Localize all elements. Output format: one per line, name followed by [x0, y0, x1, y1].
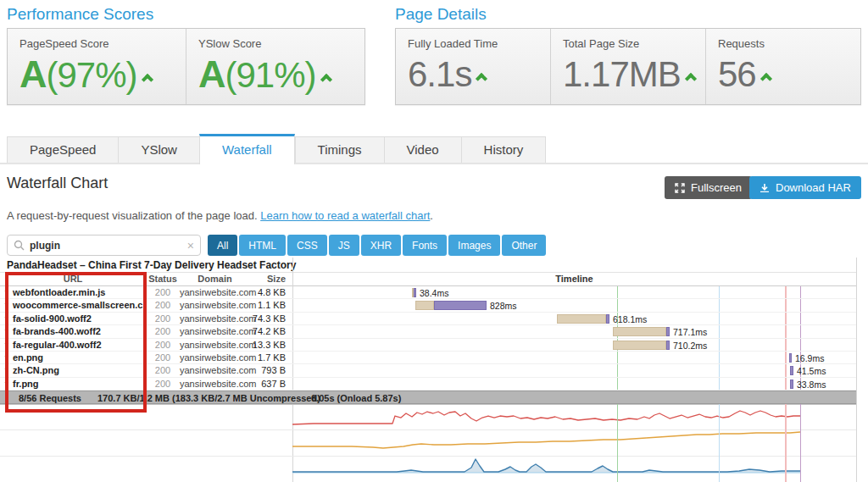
fullscreen-icon — [675, 183, 685, 193]
waterfall-bar-time: 38.4ms — [420, 288, 448, 298]
row-url[interactable]: zh-CN.png — [0, 365, 146, 375]
row-url[interactable]: fa-regular-400.woff2 — [0, 340, 146, 350]
column-header-status[interactable]: Status — [146, 274, 180, 284]
column-header-url[interactable]: URL — [0, 274, 146, 284]
tab-history[interactable]: History — [461, 136, 547, 163]
score-card-value: 1.17MB — [563, 53, 705, 97]
waterfall-description-suffix: . — [430, 209, 433, 222]
trend-up-icon — [685, 73, 697, 85]
metric-value: 1.17MB — [563, 54, 681, 94]
waterfall-bar-wait[interactable] — [613, 341, 666, 350]
search-input[interactable] — [30, 240, 184, 252]
clear-search-icon[interactable]: × — [184, 239, 194, 252]
waterfall-bar-time: 33.8ms — [797, 380, 826, 390]
row-domain: yansirwebsite.com — [180, 365, 250, 375]
filter-images[interactable]: Images — [448, 235, 500, 256]
filter-other[interactable]: Other — [502, 235, 546, 256]
table-row: +zh-CN.png200yansirwebsite.com793 B41.5m… — [0, 364, 856, 377]
waterfall-bar-receive[interactable] — [666, 341, 670, 350]
score-card-label: Total Page Size — [563, 37, 705, 50]
score-card-value: 56 — [718, 53, 860, 97]
metric-value: 6.1s — [408, 54, 471, 94]
tab-pagespeed[interactable]: PageSpeed — [7, 136, 118, 163]
filter-css[interactable]: CSS — [287, 235, 327, 256]
filter-fonts[interactable]: Fonts — [403, 235, 447, 256]
row-domain: yansirwebsite.com — [180, 340, 250, 350]
score-card-value: A(91%) — [198, 53, 364, 97]
filter-xhr[interactable]: XHR — [361, 235, 401, 256]
page-details-card: Fully Loaded Time6.1sTotal Page Size1.17… — [395, 28, 861, 105]
table-right-border — [856, 258, 857, 482]
row-url[interactable]: fa-solid-900.woff2 — [0, 313, 146, 324]
waterfall-bar-receive[interactable] — [606, 314, 609, 324]
table-row: +woocommerce-smallscreen.c...200yansirwe… — [0, 299, 856, 312]
waterfall-bar-time: 41.5ms — [797, 366, 826, 376]
row-status: 200 — [146, 340, 180, 350]
score-card-label: Fully Loaded Time — [408, 37, 550, 50]
row-url[interactable]: webfontloader.min.js — [0, 287, 146, 297]
waterfall-bar-receive[interactable] — [414, 288, 416, 297]
resource-usage-graphs — [292, 404, 856, 482]
waterfall-bar-time: 828ms — [490, 301, 517, 311]
score-cell-1: Total Page Size1.17MB — [551, 29, 706, 104]
row-status: 200 — [146, 326, 180, 336]
row-status: 200 — [146, 313, 180, 324]
waterfall-bar-wait[interactable] — [557, 314, 606, 324]
table-row: +fa-regular-400.woff2200yansirwebsite.co… — [0, 339, 856, 352]
download-har-button[interactable]: Download HAR — [749, 176, 861, 199]
row-size: 793 B — [250, 365, 286, 375]
report-tabs: PageSpeedYSlowWaterfallTimingsVideoHisto… — [7, 134, 546, 164]
size-summary: 170.7 KB/1.2 MB (183.3 KB/2.7 MB Uncompr… — [97, 393, 320, 403]
filter-js[interactable]: JS — [329, 235, 359, 256]
tab-waterfall[interactable]: Waterfall — [199, 134, 295, 164]
performance-scores-heading: Performance Scores — [7, 5, 153, 24]
search-box: × — [7, 235, 201, 256]
tab-yslow[interactable]: YSlow — [118, 136, 199, 163]
row-url[interactable]: en.png — [0, 352, 146, 363]
waterfall-help-link[interactable]: Learn how to read a waterfall chart — [260, 209, 430, 222]
waterfall-bar-time: 16.9ms — [795, 353, 824, 363]
score-cell-2: Requests56 — [706, 29, 860, 104]
tab-video[interactable]: Video — [384, 136, 461, 163]
resource-monitor-labels: CPU 0% MEMORY 97 MB UPLOAD DOWNLOAD 0 B/… — [0, 404, 292, 482]
fullscreen-button[interactable]: Fullscreen — [665, 176, 752, 199]
trend-up-icon — [476, 73, 487, 85]
row-domain: yansirwebsite.com — [180, 326, 250, 336]
waterfall-bar-receive[interactable] — [434, 301, 487, 310]
waterfall-bar-receive[interactable] — [790, 380, 793, 389]
column-header-domain[interactable]: Domain — [180, 274, 250, 284]
row-url[interactable]: fa-brands-400.woff2 — [0, 326, 146, 336]
gtmetrix-report-page: Performance Scores PageSpeed ScoreA(97%)… — [0, 0, 868, 482]
row-status: 200 — [146, 379, 180, 389]
time-summary: 6.05s (Onload 5.87s) — [311, 393, 401, 403]
filter-html[interactable]: HTML — [239, 235, 286, 256]
row-size: 1.7 KB — [250, 352, 286, 363]
graph-line — [292, 432, 800, 448]
waterfall-table-header: URL Status Domain Size Timeline — [0, 273, 856, 286]
table-row: +webfontloader.min.js200yansirwebsite.co… — [0, 286, 856, 299]
score-card-label: Requests — [718, 37, 860, 50]
waterfall-bar-wait[interactable] — [613, 327, 666, 336]
graph-line — [292, 411, 800, 424]
waterfall-bar-receive[interactable] — [790, 366, 793, 375]
filter-all[interactable]: All — [208, 235, 237, 256]
score-cell-0: PageSpeed ScoreA(97%) — [8, 29, 186, 104]
waterfall-bar-time: 710.2ms — [673, 341, 707, 351]
waterfall-bar-wait[interactable] — [415, 301, 434, 310]
waterfall-bar-receive[interactable] — [789, 353, 792, 363]
row-url[interactable]: fr.png — [0, 379, 146, 389]
waterfall-bar-time: 618.1ms — [613, 314, 647, 324]
row-size: 637 B — [250, 379, 286, 389]
waterfall-bar-receive[interactable] — [666, 327, 670, 336]
download-har-button-label: Download HAR — [776, 181, 851, 194]
search-icon — [14, 240, 25, 251]
column-header-size[interactable]: Size — [250, 274, 286, 284]
row-url[interactable]: woocommerce-smallscreen.c... — [0, 300, 146, 310]
waterfall-description-text: A request-by-request visualization of th… — [7, 209, 260, 222]
score-card-label: PageSpeed Score — [19, 37, 186, 50]
table-row: +en.png200yansirwebsite.com1.7 KB16.9ms — [0, 352, 856, 364]
score-card-value: 6.1s — [408, 53, 550, 97]
download-icon — [760, 183, 770, 193]
tab-timings[interactable]: Timings — [295, 136, 384, 163]
waterfall-summary-bar: 8/56 Requests 170.7 KB/1.2 MB (183.3 KB/… — [0, 391, 856, 404]
